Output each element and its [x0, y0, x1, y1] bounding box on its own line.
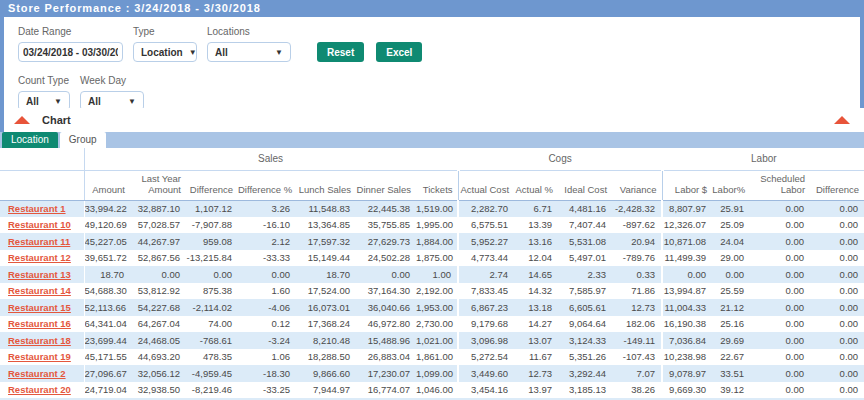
- locations-select[interactable]: All ▼: [207, 42, 291, 62]
- value-cell: 18.70: [84, 266, 130, 283]
- date-range-input[interactable]: [18, 42, 123, 62]
- restaurant-name-cell: Restaurant 1: [0, 200, 84, 217]
- week-day-select[interactable]: All ▼: [80, 91, 144, 108]
- restaurant-link[interactable]: Restaurant 20: [8, 384, 71, 395]
- restaurant-name-cell: Restaurant 13: [0, 266, 84, 283]
- column-header[interactable]: Lunch Sales: [296, 170, 356, 200]
- table-row: Restaurant 1823,699.4424,468.05-768.61-3…: [0, 332, 864, 349]
- value-cell: 3,292.44: [558, 365, 612, 382]
- value-cell: 0.00: [810, 217, 864, 234]
- column-header[interactable]: Variance: [612, 170, 662, 200]
- value-cell: 0.00: [810, 299, 864, 316]
- column-header[interactable]: Scheduled Labor: [750, 170, 810, 200]
- value-cell: 13.16: [514, 233, 558, 250]
- value-cell: 52,867.56: [130, 250, 186, 267]
- restaurant-link[interactable]: Restaurant 13: [8, 269, 71, 280]
- value-cell: 25.91: [712, 200, 750, 217]
- reset-button[interactable]: Reset: [317, 42, 364, 62]
- restaurant-link[interactable]: Restaurant 12: [8, 252, 71, 263]
- restaurant-name-cell: Restaurant 15: [0, 299, 84, 316]
- value-cell: 32,056.12: [130, 365, 186, 382]
- column-header[interactable]: Difference: [810, 170, 864, 200]
- value-cell: 1,953.00: [416, 299, 458, 316]
- value-cell: -7,907.88: [186, 217, 238, 234]
- tab-group[interactable]: Group: [60, 132, 106, 148]
- value-cell: 39,651.72: [84, 250, 130, 267]
- restaurant-link[interactable]: Restaurant 19: [8, 351, 71, 362]
- chart-collapse-icon[interactable]: [14, 116, 30, 124]
- restaurant-link[interactable]: Restaurant 14: [8, 285, 71, 296]
- panel-collapse-icon[interactable]: [834, 116, 850, 124]
- restaurant-link[interactable]: Restaurant 2: [8, 368, 66, 379]
- value-cell: 1.00: [416, 266, 458, 283]
- restaurant-link[interactable]: Restaurant 18: [8, 335, 71, 346]
- column-header[interactable]: Difference: [186, 170, 238, 200]
- value-cell: 38.26: [612, 382, 662, 399]
- restaurant-link[interactable]: Restaurant 11: [8, 236, 70, 247]
- week-day-select-value: All: [88, 96, 101, 107]
- chevron-down-icon: ▼: [189, 48, 197, 57]
- value-cell: 0.00: [750, 200, 810, 217]
- value-cell: 5,351.26: [558, 349, 612, 366]
- value-cell: -149.11: [612, 332, 662, 349]
- value-cell: 0.12: [238, 316, 296, 333]
- type-select[interactable]: Location ▼: [133, 42, 197, 62]
- value-cell: 16,774.07: [356, 382, 416, 399]
- value-cell: -789.76: [612, 250, 662, 267]
- table-row: Restaurant 1664,341.0464,267.0474.000.12…: [0, 316, 864, 333]
- restaurant-link[interactable]: Restaurant 15: [8, 302, 71, 313]
- restaurant-link[interactable]: Restaurant 1: [8, 203, 66, 214]
- value-cell: 64,267.04: [130, 316, 186, 333]
- value-cell: 45,171.55: [84, 349, 130, 366]
- value-cell: -4,959.45: [186, 365, 238, 382]
- column-header[interactable]: Labor%: [712, 170, 750, 200]
- restaurant-link[interactable]: Restaurant 10: [8, 219, 71, 230]
- week-day-label: Week Day: [80, 75, 144, 86]
- value-cell: 74.00: [186, 316, 238, 333]
- value-cell: 53,812.92: [130, 283, 186, 300]
- column-header[interactable]: Last Year Amount: [130, 170, 186, 200]
- column-header[interactable]: Amount: [84, 170, 130, 200]
- count-type-select[interactable]: All ▼: [18, 91, 70, 108]
- page-title: Store Performance : 3/24/2018 - 3/30/201…: [0, 0, 864, 17]
- column-header[interactable]: Actual Cost: [458, 170, 514, 200]
- value-cell: 9,669.30: [662, 382, 712, 399]
- value-cell: 17,597.32: [296, 233, 356, 250]
- column-header[interactable]: Difference %: [238, 170, 296, 200]
- tab-location[interactable]: Location: [2, 132, 58, 148]
- column-header[interactable]: Tickets: [416, 170, 458, 200]
- table-row: Restaurant 1318.700.000.000.0018.700.001…: [0, 266, 864, 283]
- column-header[interactable]: Labor $: [662, 170, 712, 200]
- restaurant-name-cell: Restaurant 14: [0, 283, 84, 300]
- restaurant-link[interactable]: Restaurant 16: [8, 318, 71, 329]
- chart-section-bar: Chart: [4, 108, 864, 132]
- chart-section-label: Chart: [42, 114, 71, 126]
- column-header[interactable]: Ideal Cost: [558, 170, 612, 200]
- value-cell: -8,219.46: [186, 382, 238, 399]
- value-cell: 6.71: [514, 200, 558, 217]
- value-cell: 0.00: [750, 250, 810, 267]
- value-cell: -768.61: [186, 332, 238, 349]
- column-header[interactable]: Actual %: [514, 170, 558, 200]
- value-cell: 16,190.38: [662, 316, 712, 333]
- type-label: Type: [133, 26, 197, 37]
- value-cell: 20.94: [612, 233, 662, 250]
- value-cell: 13.39: [514, 217, 558, 234]
- type-field: Type Location ▼: [133, 26, 197, 62]
- filter-row-1: Date Range Type Location ▼ Locations All…: [18, 26, 860, 62]
- restaurant-name-cell: Restaurant 20: [0, 382, 84, 399]
- value-cell: 27,629.73: [356, 233, 416, 250]
- excel-button[interactable]: Excel: [376, 42, 422, 62]
- table-row: Restaurant 1049,120.6957,028.57-7,907.88…: [0, 217, 864, 234]
- value-cell: 5,497.01: [558, 250, 612, 267]
- chevron-down-icon: ▼: [128, 97, 136, 106]
- locations-select-value: All: [215, 47, 228, 58]
- value-cell: -33.33: [238, 250, 296, 267]
- column-header[interactable]: Dinner Sales: [356, 170, 416, 200]
- value-cell: 0.00: [750, 283, 810, 300]
- value-cell: 29.00: [712, 250, 750, 267]
- value-cell: 1,875.00: [416, 250, 458, 267]
- value-cell: 44,693.20: [130, 349, 186, 366]
- value-cell: 44,267.97: [130, 233, 186, 250]
- value-cell: 22.67: [712, 349, 750, 366]
